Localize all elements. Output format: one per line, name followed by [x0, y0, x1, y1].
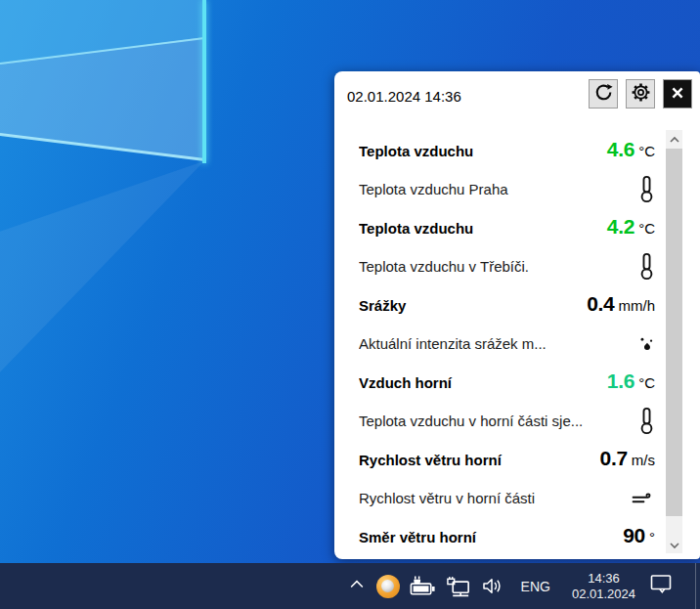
settings-button[interactable]	[626, 79, 655, 109]
sensor-unit: mm/h	[619, 297, 656, 314]
sensor-title: Teplota vzduchu	[359, 220, 473, 237]
sensor-row-rychlost-vetru[interactable]: Rychlost větru horní 0.7m/s Rychlost vět…	[359, 436, 655, 513]
sensor-reading: 1.6°C	[607, 370, 655, 393]
thermometer-icon	[638, 407, 655, 435]
thermometer-icon	[638, 175, 655, 203]
sensor-value: 90	[623, 524, 645, 546]
wallpaper-light-beam	[0, 156, 204, 391]
battery-charging-icon[interactable]	[409, 575, 437, 598]
sensor-reading: 90°	[623, 524, 655, 547]
show-desktop-button[interactable]	[695, 563, 696, 609]
action-center-icon	[649, 573, 673, 599]
sensor-subtitle: Teplota vzduchu Praha	[359, 181, 508, 197]
app-tray-orb-core	[381, 580, 394, 592]
app-tray-orb-icon	[376, 575, 400, 598]
sensor-reading: 0.7m/s	[600, 447, 655, 470]
sensor-title: Srážky	[359, 297, 406, 314]
sensor-unit: °C	[638, 220, 655, 237]
panel-datetime: 02.01.2024 14:36	[347, 88, 461, 105]
wired-network-icon[interactable]	[446, 575, 472, 598]
volume-icon[interactable]	[481, 576, 506, 596]
app-tray-icon[interactable]	[376, 575, 400, 598]
sensor-subtitle: Teplota vzduchu v horní části sje...	[359, 413, 583, 429]
chevron-up-icon	[346, 575, 368, 598]
sensor-value: 0.7	[600, 447, 628, 469]
sensor-unit: °	[649, 529, 655, 545]
refresh-icon	[593, 82, 614, 106]
chevron-down-icon	[669, 536, 680, 553]
sensor-unit: °C	[638, 374, 655, 391]
gear-icon	[631, 82, 651, 106]
sensor-subtitle: Teplota vzduchu v Třebíči.	[359, 258, 529, 275]
sensor-subtitle: Aktuální intenzita srážek m...	[359, 335, 547, 352]
sensor-row-smer-vetru[interactable]: Směr větru horní 90°	[359, 513, 655, 559]
wind-icon	[631, 490, 655, 506]
language-indicator[interactable]: ENG	[521, 579, 550, 594]
close-icon	[668, 83, 687, 106]
sensor-value: 1.6	[607, 370, 634, 392]
precipitation-icon	[638, 335, 655, 352]
sensor-reading: 0.4mm/h	[587, 292, 655, 316]
sensor-reading: 4.6°C	[607, 138, 655, 161]
sensor-subtitle: Rychlost větru v horní části	[359, 490, 535, 506]
sensor-row-vzduch-horni[interactable]: Vzduch horní 1.6°C Teplota vzduchu v hor…	[359, 359, 655, 436]
sensor-unit: m/s	[632, 452, 655, 468]
panel-scrollbar[interactable]	[666, 130, 682, 553]
chevron-up-icon	[669, 130, 680, 148]
wallpaper-edge-line-vertical	[202, 0, 206, 163]
taskbar-clock[interactable]: 14:36 02.01.2024	[572, 571, 635, 602]
sensor-title: Směr větru horní	[359, 529, 476, 545]
close-button[interactable]	[663, 79, 692, 109]
show-hidden-icons-button[interactable]	[346, 575, 368, 598]
sensor-row-srazky[interactable]: Srážky 0.4mm/h Aktuální intenzita srážek…	[359, 282, 655, 359]
taskbar: ENG 14:36 02.01.2024	[0, 563, 700, 609]
scrollbar-thumb[interactable]	[666, 149, 682, 516]
sensor-row-teplota-trebic[interactable]: Teplota vzduchu 4.2°C Teplota vzduchu v …	[359, 204, 655, 282]
sensor-value: 4.2	[607, 215, 634, 238]
taskbar-date: 02.01.2024	[572, 587, 635, 602]
action-center-button[interactable]	[649, 573, 673, 599]
weather-widget-panel: 02.01.2024 14:36	[334, 71, 700, 559]
sensor-row-teplota-praha[interactable]: Teplota vzduchu 4.6°C Teplota vzduchu Pr…	[359, 127, 655, 204]
sensor-list: Teplota vzduchu 4.6°C Teplota vzduchu Pr…	[359, 127, 655, 559]
sensor-title: Teplota vzduchu	[359, 143, 473, 159]
scroll-up-button[interactable]	[666, 130, 682, 148]
sensor-value: 4.6	[607, 138, 634, 160]
sensor-value: 0.4	[587, 292, 614, 315]
sensor-title: Rychlost větru horní	[359, 452, 502, 468]
scroll-down-button[interactable]	[666, 536, 682, 553]
sensor-unit: °C	[638, 143, 655, 159]
taskbar-time: 14:36	[572, 571, 635, 587]
thermometer-icon	[638, 252, 655, 281]
refresh-button[interactable]	[589, 79, 618, 109]
sensor-reading: 4.2°C	[607, 215, 655, 239]
panel-toolbar	[589, 79, 692, 109]
sensor-title: Vzduch horní	[359, 374, 452, 391]
